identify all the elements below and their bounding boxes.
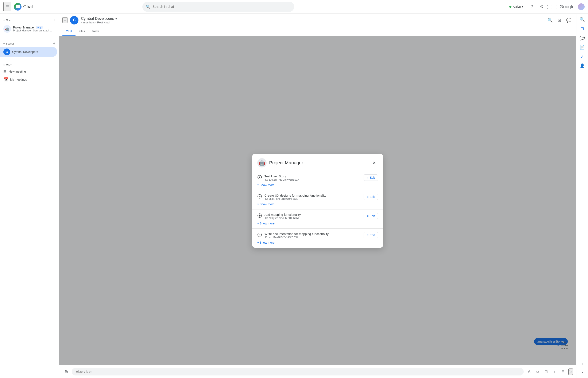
spaces-section-label: Spaces [6, 42, 14, 45]
space-header-actions: 🔍 ⊡ 💬 [546, 16, 573, 25]
edit-icon: ≡ [367, 214, 368, 218]
chat-section-header[interactable]: ▾ Chat + [0, 16, 59, 23]
search-input[interactable] [152, 5, 291, 9]
modal-item-id-3: ID: ezU4exBil3i7VzP97cYU [265, 236, 361, 239]
modal-item-1: Create UX designs for mapping functional… [252, 190, 383, 209]
edit-icon: ≡ [367, 233, 368, 237]
my-meetings-label: My meetings [10, 78, 27, 81]
meet-section-label: Meet [6, 64, 12, 67]
my-meetings-item[interactable]: 📅 My meetings [0, 76, 59, 83]
modal-edit-button-0[interactable]: ≡ Edit [364, 175, 378, 181]
show-more-label-0: Show more [260, 183, 275, 187]
meet-button[interactable]: ⊞ [559, 368, 567, 376]
modal-item-id-1: ID: J5TI7jsnF2rppw0hFB7S [265, 197, 361, 200]
show-more-label-2: Show more [260, 222, 275, 225]
new-meeting-item[interactable]: ⊞ New meeting [0, 68, 59, 76]
sidebar-item-cymbal-developers[interactable]: C Cymbal Developers [0, 47, 57, 57]
video-button[interactable]: ⊡ [555, 16, 563, 25]
edit-label-0: Edit [370, 176, 375, 179]
sidebar-item-project-manager[interactable]: 🤖 Project Manager App Project Manager: S… [0, 23, 57, 34]
send-button[interactable]: ▷ [568, 368, 573, 375]
modal-item-title-0: Test User Story [265, 175, 361, 178]
back-button[interactable]: ← [62, 17, 67, 23]
modal-item-0: Test User Story ID: 1XcZgrPqqUjnlW6pBczX… [252, 171, 383, 190]
modal-item-info-1: Create UX designs for mapping functional… [265, 194, 361, 200]
space-avatar: C [3, 49, 10, 55]
settings-button[interactable]: ⚙ [538, 2, 546, 11]
modal-body: Test User Story ID: 1XcZgrPqqUjnlW6pBczX… [252, 171, 383, 248]
tab-tasks[interactable]: Tasks [88, 27, 103, 36]
modal-overlay: 🤖 Project Manager ✕ [59, 36, 576, 365]
modal-item-row-3: Write documentation for mapping function… [257, 232, 378, 239]
modal-edit-button-1[interactable]: ≡ Edit [364, 194, 378, 200]
status-dot [509, 6, 511, 8]
modal-edit-button-2[interactable]: ≡ Edit [364, 213, 378, 219]
show-more-button-3[interactable]: ▾ Show more [257, 241, 275, 244]
user-avatar[interactable] [578, 3, 585, 10]
modal-item-3: Write documentation for mapping function… [252, 229, 383, 248]
tab-chat[interactable]: Chat [62, 27, 76, 36]
right-panel-chat-button[interactable]: 💬 [578, 34, 587, 42]
tab-files[interactable]: Files [76, 27, 89, 36]
show-more-button-2[interactable]: ▾ Show more [257, 222, 275, 225]
search-bar[interactable]: 🔍 [142, 2, 294, 12]
format-text-button[interactable]: A [525, 368, 533, 376]
attach-button[interactable]: ⊕ [62, 368, 70, 376]
chevron-down-icon: ▾ [3, 42, 5, 45]
svg-marker-1 [259, 176, 260, 178]
edit-icon: ≡ [367, 195, 368, 199]
message-button[interactable]: 💬 [564, 16, 573, 25]
topbar-right: Active ▾ ? ⚙ ⋮⋮⋮ Google [507, 2, 585, 11]
edit-label-2: Edit [370, 214, 375, 218]
input-actions: A ☺ ⊡ ↑ ⊞ [525, 368, 567, 376]
right-panel-search-button[interactable]: 🔍 [578, 15, 587, 24]
chat-area: /manageUserStories 👁 Only visible to you… [59, 36, 576, 365]
modal-close-button[interactable]: ✕ [370, 159, 378, 167]
help-button[interactable]: ? [527, 2, 536, 11]
hamburger-menu-button[interactable]: ☰ [3, 2, 11, 11]
modal-item-id-2: ID: bSq2vi1dvVEhPT0LbC7E [265, 216, 361, 220]
circle-dash-icon [257, 232, 262, 238]
space-title[interactable]: Cymbal Developers ▾ [81, 16, 543, 21]
spaces-section-header[interactable]: ▾ Spaces + [0, 40, 59, 47]
add-chat-button[interactable]: + [53, 18, 55, 23]
main-layout: ▾ Chat + 🤖 Project Manager App Project M… [0, 14, 588, 378]
search-in-space-button[interactable]: 🔍 [546, 16, 554, 25]
add-space-button[interactable]: + [53, 41, 55, 46]
app-logo: Chat [14, 3, 33, 11]
show-more-button-0[interactable]: ▾ Show more [257, 183, 275, 187]
modal-item-row-2: Add mapping functionality ID: bSq2vi1dvV… [257, 213, 378, 220]
status-button[interactable]: Active ▾ [507, 4, 526, 10]
dm-sub: Project Manager: Sent an attachment [13, 29, 54, 32]
app-badge: App [36, 26, 43, 29]
chevron-down-icon: ▾ [257, 183, 259, 187]
spaces-section: ▾ Spaces + C Cymbal Developers [0, 39, 59, 58]
input-bar: ⊕ A ☺ ⊡ ↑ ⊞ ▷ [59, 365, 576, 378]
edit-label-3: Edit [370, 233, 375, 237]
video-attach-button[interactable]: ⊡ [542, 368, 550, 376]
show-more-button-1[interactable]: ▾ Show more [257, 202, 275, 206]
status-label: Active [513, 5, 521, 8]
emoji-button[interactable]: ☺ [534, 368, 541, 376]
message-input[interactable] [72, 368, 524, 376]
right-panel-doc-button[interactable]: 📄 [578, 43, 587, 52]
chat-section-label: Chat [6, 19, 11, 22]
meet-section-header[interactable]: ▾ Meet [0, 62, 59, 68]
chevron-down-icon: ▾ [257, 241, 259, 244]
space-header-info: Cymbal Developers ▾ 4 members • Restrict… [81, 16, 543, 24]
modal-item-title-3: Write documentation for mapping function… [265, 232, 361, 236]
modal-item-row-0: Test User Story ID: 1XcZgrPqqUjnlW6pBczX… [257, 175, 378, 181]
apps-button[interactable]: ⋮⋮⋮ [548, 2, 556, 11]
right-panel-add-button[interactable]: + [581, 361, 584, 367]
right-panel-task-button[interactable]: ✓ [578, 52, 587, 61]
upload-button[interactable]: ↑ [551, 368, 558, 376]
right-panel-expand-button[interactable]: › [578, 368, 587, 376]
chat-section: ▾ Chat + 🤖 Project Manager App Project M… [0, 15, 59, 35]
meet-section: ▾ Meet ⊞ New meeting 📅 My meetings [0, 61, 59, 84]
app-title: Chat [23, 4, 33, 10]
right-panel-person-button[interactable]: 👤 [578, 62, 587, 70]
right-panel-layout-button[interactable]: ⊡ [578, 25, 587, 33]
chat-logo-icon [14, 3, 22, 11]
modal-item-2: Add mapping functionality ID: bSq2vi1dvV… [252, 209, 383, 229]
modal-edit-button-3[interactable]: ≡ Edit [364, 232, 378, 238]
